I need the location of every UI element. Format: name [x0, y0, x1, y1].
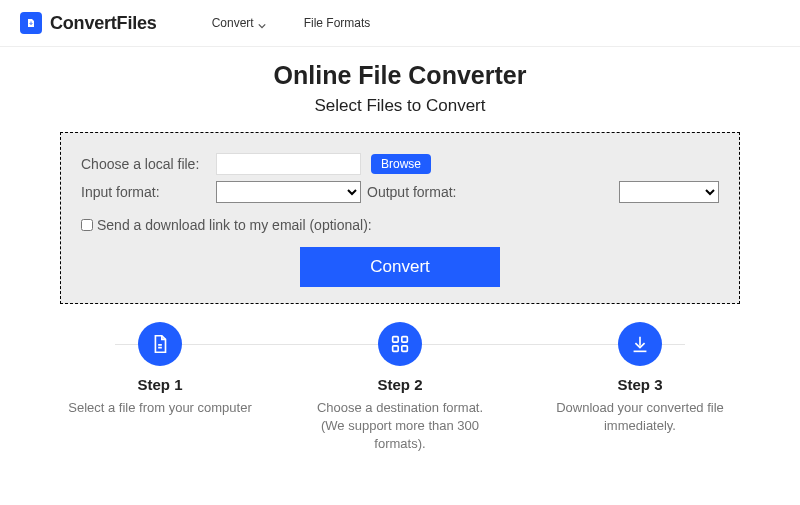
chevron-down-icon: [258, 19, 266, 27]
svg-rect-1: [402, 337, 408, 343]
svg-rect-3: [402, 346, 408, 352]
page-title: Online File Converter: [0, 61, 800, 90]
header: ConvertFiles Convert File Formats: [0, 0, 800, 47]
step-2-desc: Choose a destination format. (We support…: [300, 399, 500, 454]
nav: Convert File Formats: [212, 16, 371, 30]
row-formats: Input format: Output format:: [81, 181, 719, 203]
convert-button[interactable]: Convert: [300, 247, 500, 287]
row-email-opt: Send a download link to my email (option…: [81, 217, 719, 233]
output-format-select[interactable]: [619, 181, 719, 203]
brand-text: ConvertFiles: [50, 13, 157, 34]
input-format-select[interactable]: [216, 181, 361, 203]
brand[interactable]: ConvertFiles: [20, 12, 157, 34]
file-input[interactable]: [216, 153, 361, 175]
row-choose-file: Choose a local file: Browse: [81, 153, 719, 175]
email-opt-checkbox[interactable]: [81, 219, 93, 231]
email-opt-label: Send a download link to my email (option…: [97, 217, 372, 233]
output-format-label: Output format:: [367, 184, 477, 200]
step-1-title: Step 1: [60, 376, 260, 393]
page-subtitle: Select Files to Convert: [0, 96, 800, 116]
nav-convert[interactable]: Convert: [212, 16, 266, 30]
step-3: Step 3 Download your converted file imme…: [540, 322, 740, 454]
title-area: Online File Converter Select Files to Co…: [0, 61, 800, 116]
svg-rect-0: [393, 337, 399, 343]
nav-formats-label: File Formats: [304, 16, 371, 30]
grid-icon: [378, 322, 422, 366]
choose-file-label: Choose a local file:: [81, 156, 216, 172]
step-3-desc: Download your converted file immediately…: [540, 399, 740, 435]
file-icon: [138, 322, 182, 366]
browse-button[interactable]: Browse: [371, 154, 431, 174]
conversion-panel: Choose a local file: Browse Input format…: [60, 132, 740, 304]
step-1-desc: Select a file from your computer: [60, 399, 260, 417]
download-icon: [618, 322, 662, 366]
logo-icon: [20, 12, 42, 34]
step-3-title: Step 3: [540, 376, 740, 393]
input-format-label: Input format:: [81, 184, 216, 200]
step-2: Step 2 Choose a destination format. (We …: [300, 322, 500, 454]
svg-rect-2: [393, 346, 399, 352]
step-1: Step 1 Select a file from your computer: [60, 322, 260, 454]
step-2-title: Step 2: [300, 376, 500, 393]
steps-section: Step 1 Select a file from your computer …: [0, 322, 800, 454]
nav-file-formats[interactable]: File Formats: [304, 16, 371, 30]
nav-convert-label: Convert: [212, 16, 254, 30]
